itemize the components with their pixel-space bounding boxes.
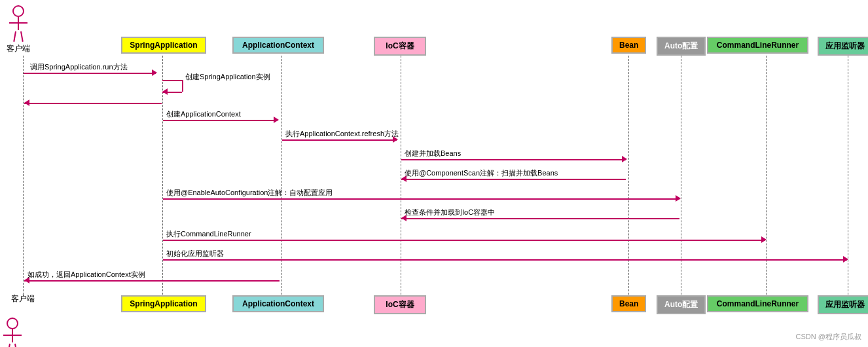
lifeline-client bbox=[23, 56, 24, 295]
actor-client-bottom bbox=[7, 318, 18, 347]
participant-spring-app-bottom: SpringApplication bbox=[121, 295, 206, 312]
participant-app-ctx-bottom: ApplicationContext bbox=[232, 295, 324, 312]
participant-app-listener-bottom: 应用监听器 bbox=[818, 295, 868, 314]
sequence-diagram: SpringApplication ApplicationContext IoC… bbox=[0, 0, 868, 347]
participant-auto-config-bottom: Auto配置 bbox=[657, 295, 706, 314]
participant-app-listener-top: 应用监听器 bbox=[818, 37, 868, 56]
participant-ioc-bottom: IoC容器 bbox=[374, 295, 426, 314]
participant-bean-top: Bean bbox=[611, 37, 646, 54]
participant-spring-app: SpringApplication bbox=[121, 37, 206, 54]
participant-client-bottom-label: 客户端 bbox=[7, 293, 39, 304]
participant-app-ctx: ApplicationContext bbox=[232, 37, 324, 54]
actor-client-top: 客户端 bbox=[7, 5, 30, 54]
participant-bean-bottom: Bean bbox=[611, 295, 646, 312]
watermark: CSDN @程序员瓜叔 bbox=[796, 332, 861, 342]
participant-cli-runner: CommandLineRunner bbox=[707, 37, 808, 54]
participant-auto-config: Auto配置 bbox=[657, 37, 706, 56]
participant-cli-runner-bottom: CommandLineRunner bbox=[707, 295, 808, 312]
participant-ioc: IoC容器 bbox=[374, 37, 426, 56]
